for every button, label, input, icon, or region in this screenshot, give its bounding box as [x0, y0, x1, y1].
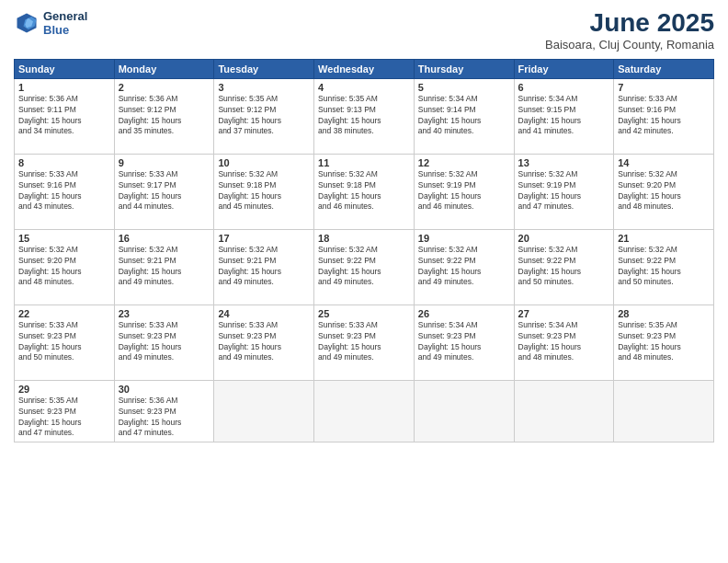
day-detail: Sunrise: 5:33 AMSunset: 9:16 PMDaylight:… — [18, 169, 110, 213]
table-row — [214, 380, 314, 442]
table-row: 25Sunrise: 5:33 AMSunset: 9:23 PMDayligh… — [314, 304, 415, 380]
day-number: 12 — [418, 157, 510, 168]
table-row: 17Sunrise: 5:32 AMSunset: 9:21 PMDayligh… — [214, 229, 314, 304]
table-row: 1Sunrise: 5:36 AMSunset: 9:11 PMDaylight… — [15, 78, 115, 154]
day-detail: Sunrise: 5:32 AMSunset: 9:19 PMDaylight:… — [518, 169, 610, 213]
day-detail: Sunrise: 5:32 AMSunset: 9:22 PMDaylight:… — [518, 245, 610, 289]
day-detail: Sunrise: 5:32 AMSunset: 9:20 PMDaylight:… — [18, 245, 110, 289]
table-row: 15Sunrise: 5:32 AMSunset: 9:20 PMDayligh… — [15, 229, 115, 304]
table-row: 21Sunrise: 5:32 AMSunset: 9:22 PMDayligh… — [614, 229, 714, 304]
day-number: 28 — [618, 308, 710, 319]
main-title: June 2025 — [545, 9, 714, 38]
day-number: 22 — [18, 308, 110, 319]
table-row — [414, 380, 514, 442]
table-row: 29Sunrise: 5:35 AMSunset: 9:23 PMDayligh… — [15, 380, 115, 442]
table-row: 18Sunrise: 5:32 AMSunset: 9:22 PMDayligh… — [314, 229, 415, 304]
table-row: 30Sunrise: 5:36 AMSunset: 9:23 PMDayligh… — [114, 380, 214, 442]
logo: General Blue — [14, 9, 87, 37]
day-number: 16 — [119, 233, 210, 244]
day-detail: Sunrise: 5:33 AMSunset: 9:23 PMDaylight:… — [218, 320, 310, 364]
day-number: 14 — [618, 157, 710, 168]
day-number: 21 — [618, 233, 710, 244]
table-row: 6Sunrise: 5:34 AMSunset: 9:15 PMDaylight… — [514, 78, 614, 154]
table-row: 14Sunrise: 5:32 AMSunset: 9:20 PMDayligh… — [614, 154, 714, 229]
day-detail: Sunrise: 5:32 AMSunset: 9:18 PMDaylight:… — [218, 169, 310, 213]
table-row: 28Sunrise: 5:35 AMSunset: 9:23 PMDayligh… — [614, 304, 714, 380]
day-number: 3 — [218, 82, 310, 93]
day-detail: Sunrise: 5:33 AMSunset: 9:23 PMDaylight:… — [18, 320, 110, 364]
title-block: June 2025 Baisoara, Cluj County, Romania — [545, 9, 714, 52]
day-detail: Sunrise: 5:32 AMSunset: 9:19 PMDaylight:… — [418, 169, 510, 213]
table-row: 4Sunrise: 5:35 AMSunset: 9:13 PMDaylight… — [314, 78, 415, 154]
day-detail: Sunrise: 5:33 AMSunset: 9:23 PMDaylight:… — [318, 320, 410, 364]
day-number: 24 — [218, 308, 310, 319]
day-detail: Sunrise: 5:36 AMSunset: 9:12 PMDaylight:… — [119, 94, 210, 138]
table-row: 22Sunrise: 5:33 AMSunset: 9:23 PMDayligh… — [15, 304, 115, 380]
day-number: 20 — [518, 233, 610, 244]
table-row: 12Sunrise: 5:32 AMSunset: 9:19 PMDayligh… — [414, 154, 514, 229]
day-detail: Sunrise: 5:32 AMSunset: 9:20 PMDaylight:… — [618, 169, 710, 213]
day-detail: Sunrise: 5:33 AMSunset: 9:23 PMDaylight:… — [119, 320, 210, 364]
day-number: 1 — [18, 82, 110, 93]
table-row: 9Sunrise: 5:33 AMSunset: 9:17 PMDaylight… — [114, 154, 214, 229]
day-detail: Sunrise: 5:35 AMSunset: 9:12 PMDaylight:… — [218, 94, 310, 138]
calendar-header-row: Sunday Monday Tuesday Wednesday Thursday… — [15, 59, 714, 78]
day-detail: Sunrise: 5:36 AMSunset: 9:23 PMDaylight:… — [119, 396, 210, 440]
day-number: 25 — [318, 308, 410, 319]
day-detail: Sunrise: 5:34 AMSunset: 9:23 PMDaylight:… — [418, 320, 510, 364]
table-row: 13Sunrise: 5:32 AMSunset: 9:19 PMDayligh… — [514, 154, 614, 229]
table-row: 20Sunrise: 5:32 AMSunset: 9:22 PMDayligh… — [514, 229, 614, 304]
table-row: 19Sunrise: 5:32 AMSunset: 9:22 PMDayligh… — [414, 229, 514, 304]
table-row — [614, 380, 714, 442]
table-row: 24Sunrise: 5:33 AMSunset: 9:23 PMDayligh… — [214, 304, 314, 380]
day-number: 8 — [18, 157, 110, 168]
col-thursday: Thursday — [414, 59, 514, 78]
day-number: 26 — [418, 308, 510, 319]
table-row: 27Sunrise: 5:34 AMSunset: 9:23 PMDayligh… — [514, 304, 614, 380]
day-number: 30 — [119, 384, 210, 395]
day-detail: Sunrise: 5:35 AMSunset: 9:13 PMDaylight:… — [318, 94, 410, 138]
col-tuesday: Tuesday — [214, 59, 314, 78]
table-row: 10Sunrise: 5:32 AMSunset: 9:18 PMDayligh… — [214, 154, 314, 229]
logo-text: General Blue — [43, 9, 87, 37]
table-row: 11Sunrise: 5:32 AMSunset: 9:18 PMDayligh… — [314, 154, 415, 229]
day-detail: Sunrise: 5:32 AMSunset: 9:22 PMDaylight:… — [318, 245, 410, 289]
table-row: 8Sunrise: 5:33 AMSunset: 9:16 PMDaylight… — [15, 154, 115, 229]
day-number: 27 — [518, 308, 610, 319]
day-number: 15 — [18, 233, 110, 244]
day-number: 9 — [119, 157, 210, 168]
day-detail: Sunrise: 5:34 AMSunset: 9:15 PMDaylight:… — [518, 94, 610, 138]
day-detail: Sunrise: 5:35 AMSunset: 9:23 PMDaylight:… — [18, 396, 110, 440]
col-saturday: Saturday — [614, 59, 714, 78]
day-detail: Sunrise: 5:36 AMSunset: 9:11 PMDaylight:… — [18, 94, 110, 138]
day-detail: Sunrise: 5:33 AMSunset: 9:16 PMDaylight:… — [618, 94, 710, 138]
day-number: 7 — [618, 82, 710, 93]
day-number: 6 — [518, 82, 610, 93]
table-row — [314, 380, 415, 442]
day-number: 13 — [518, 157, 610, 168]
day-detail: Sunrise: 5:33 AMSunset: 9:17 PMDaylight:… — [119, 169, 210, 213]
col-sunday: Sunday — [15, 59, 115, 78]
day-detail: Sunrise: 5:32 AMSunset: 9:21 PMDaylight:… — [218, 245, 310, 289]
day-detail: Sunrise: 5:34 AMSunset: 9:23 PMDaylight:… — [518, 320, 610, 364]
table-row — [514, 380, 614, 442]
day-number: 2 — [119, 82, 210, 93]
day-number: 4 — [318, 82, 410, 93]
calendar-table: Sunday Monday Tuesday Wednesday Thursday… — [14, 59, 714, 443]
day-number: 17 — [218, 233, 310, 244]
day-detail: Sunrise: 5:32 AMSunset: 9:21 PMDaylight:… — [119, 245, 210, 289]
day-detail: Sunrise: 5:32 AMSunset: 9:22 PMDaylight:… — [418, 245, 510, 289]
table-row: 26Sunrise: 5:34 AMSunset: 9:23 PMDayligh… — [414, 304, 514, 380]
day-number: 11 — [318, 157, 410, 168]
col-friday: Friday — [514, 59, 614, 78]
table-row: 3Sunrise: 5:35 AMSunset: 9:12 PMDaylight… — [214, 78, 314, 154]
logo-icon — [14, 10, 40, 36]
col-monday: Monday — [114, 59, 214, 78]
day-number: 19 — [418, 233, 510, 244]
header: General Blue June 2025 Baisoara, Cluj Co… — [14, 9, 714, 52]
day-detail: Sunrise: 5:32 AMSunset: 9:18 PMDaylight:… — [318, 169, 410, 213]
table-row: 7Sunrise: 5:33 AMSunset: 9:16 PMDaylight… — [614, 78, 714, 154]
subtitle: Baisoara, Cluj County, Romania — [545, 38, 714, 52]
table-row: 5Sunrise: 5:34 AMSunset: 9:14 PMDaylight… — [414, 78, 514, 154]
table-row: 16Sunrise: 5:32 AMSunset: 9:21 PMDayligh… — [114, 229, 214, 304]
